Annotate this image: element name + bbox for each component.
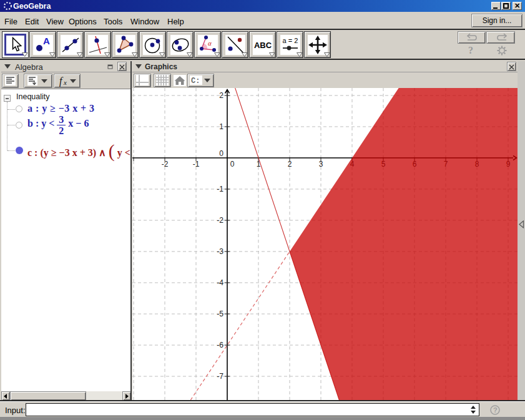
- svg-text:-1: -1: [193, 160, 200, 168]
- svg-text:?: ?: [493, 406, 498, 414]
- svg-text:0: 0: [230, 160, 235, 168]
- svg-text:-5: -5: [217, 310, 223, 318]
- svg-text:1: 1: [257, 160, 261, 168]
- svg-text:C:: C:: [191, 77, 200, 85]
- svg-text:-1: -1: [217, 185, 223, 193]
- svg-text:a = 2: a = 2: [283, 37, 298, 44]
- svg-text:-7: -7: [217, 372, 223, 381]
- svg-text:0: 0: [219, 149, 223, 158]
- svg-text:2: 2: [288, 160, 292, 168]
- svg-text:3: 3: [319, 160, 323, 168]
- svg-text:1: 1: [219, 122, 223, 131]
- svg-text:-2: -2: [217, 216, 223, 225]
- svg-text:-4: -4: [217, 278, 223, 287]
- svg-text:-3: -3: [217, 247, 223, 256]
- svg-text:-6: -6: [217, 341, 223, 349]
- svg-text:-2: -2: [162, 160, 169, 168]
- svg-text:f: f: [59, 76, 64, 87]
- svg-text:x: x: [63, 79, 67, 86]
- svg-text:A: A: [43, 36, 50, 46]
- svg-text:ABC: ABC: [254, 41, 272, 50]
- svg-text:2: 2: [219, 91, 223, 100]
- svg-text:α: α: [208, 39, 212, 47]
